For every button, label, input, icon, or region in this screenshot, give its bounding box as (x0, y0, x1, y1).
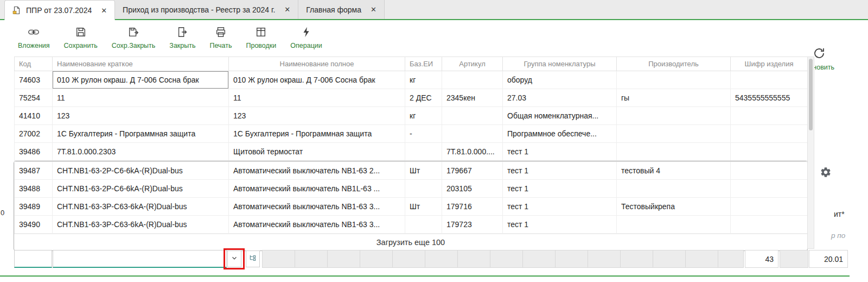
cell[interactable]: Автоматический выключатель NB1-63 3... (229, 216, 405, 234)
cell[interactable]: 203105 (442, 180, 503, 198)
table-row[interactable]: 74603010 Ж рулон окраш. Д 7-006 Сосна бр… (15, 71, 808, 89)
close-form-button[interactable]: Закрыть (162, 25, 202, 51)
cell[interactable] (617, 180, 731, 198)
column-header-2[interactable]: Наименование краткое (53, 57, 229, 71)
cell[interactable]: 2 ДЕС (405, 89, 442, 107)
cell[interactable]: 75254 (15, 89, 53, 107)
tab-prihod-register[interactable]: Приход из производства - Реестр за 2024 … (115, 0, 298, 19)
cell[interactable] (731, 216, 808, 234)
cell[interactable]: тест 1 (503, 143, 617, 161)
cell[interactable]: Щитовой термостат (229, 143, 405, 161)
tab-main-form[interactable]: Главная форма ✕ (298, 0, 385, 19)
cell[interactable]: CHT.NB1-63-3P-C63-6kA-(R)Dual-bus (53, 198, 229, 216)
cell[interactable]: тестовый 4 (617, 162, 731, 180)
cell[interactable] (442, 125, 503, 143)
vertical-scrollbar[interactable] (807, 57, 814, 249)
table-row[interactable]: 39487CHT.NB1-63-2P-C6-6kA-(R)Dual-busАвт… (15, 162, 808, 180)
nomenclature-input[interactable] (53, 250, 227, 268)
column-header-6[interactable]: Группа номенклатуры (503, 57, 617, 71)
cell[interactable]: Общая номенклатурная... (503, 107, 617, 125)
attachments-button[interactable]: Вложения (11, 25, 57, 51)
cell[interactable]: Автоматический выключатель NB1L-63 ... (229, 180, 405, 198)
cell[interactable]: 7Т.81.0.000.2303 (53, 143, 229, 161)
scrollbar-thumb[interactable] (809, 59, 813, 130)
cell[interactable]: 179723 (442, 216, 503, 234)
cell[interactable]: тест 1 (503, 198, 617, 216)
column-header-7[interactable]: Производитель (617, 57, 731, 71)
load-more-button[interactable]: Загрузить еще 100 (14, 234, 807, 250)
cell[interactable]: 123 (53, 107, 229, 125)
close-icon[interactable]: ✕ (101, 7, 107, 15)
cell[interactable]: 1С Бухгалтерия - Программная защита (53, 125, 229, 143)
cell[interactable]: Шт (405, 162, 442, 180)
cell[interactable] (405, 216, 442, 234)
cell[interactable]: - (405, 125, 442, 143)
save-close-button[interactable]: Сохр.Закрыть (105, 25, 163, 51)
cell[interactable]: 123 (229, 107, 405, 125)
column-header-8[interactable]: Шифр изделия (731, 57, 808, 71)
cell[interactable]: 27.03 (503, 89, 617, 107)
cell[interactable] (731, 71, 808, 89)
cell[interactable]: 010 Ж рулон окраш. Д 7-006 Сосна брак (53, 71, 229, 89)
cell[interactable]: 41410 (15, 107, 53, 125)
postings-button[interactable]: Проводки (239, 25, 283, 51)
cell[interactable]: 11 (53, 89, 229, 107)
cell[interactable]: тест 1 (503, 216, 617, 234)
cell[interactable]: 39488 (15, 180, 53, 198)
cell[interactable]: 11 (229, 89, 405, 107)
print-button[interactable]: Печать (203, 25, 239, 51)
table-row[interactable]: 270021С Бухгалтерия - Программная защита… (15, 125, 808, 143)
cell[interactable] (731, 125, 808, 143)
cell[interactable]: оборуд (503, 71, 617, 89)
cell[interactable]: 7Т.81.0.000.... (442, 143, 503, 161)
hierarchy-select-button[interactable] (246, 250, 260, 267)
column-header-4[interactable]: Баз.ЕИ (405, 57, 442, 71)
cell[interactable] (731, 162, 808, 180)
cell[interactable]: 2345кен (442, 89, 503, 107)
cell[interactable]: Шт (405, 198, 442, 216)
cell[interactable]: тест 1 (503, 180, 617, 198)
form-settings-button[interactable] (816, 163, 835, 183)
code-input[interactable] (14, 250, 52, 268)
cell[interactable]: 5435555555555 (731, 89, 808, 107)
dropdown-arrow-button[interactable] (227, 250, 241, 267)
cell[interactable] (405, 180, 442, 198)
cell[interactable]: Автоматический выключатель NB1-63 2... (229, 162, 405, 180)
table-row[interactable]: 394867Т.81.0.000.2303Щитовой термостат7Т… (15, 143, 808, 161)
table-row[interactable]: 39489CHT.NB1-63-3P-C63-6kA-(R)Dual-busАв… (15, 198, 808, 216)
cell[interactable]: 27002 (15, 125, 53, 143)
cell[interactable] (731, 143, 808, 161)
close-icon[interactable]: ✕ (284, 5, 290, 14)
column-header-3[interactable]: Наименование полное (229, 57, 405, 71)
tab-ppr-document[interactable]: ППР от 23.07.2024 ✕ (4, 0, 115, 20)
cell[interactable]: CHT.NB1-63-2P-C6-6kA-(R)Dual-bus (53, 180, 229, 198)
cell[interactable]: 179716 (442, 198, 503, 216)
save-button[interactable]: Сохранить (57, 25, 105, 51)
cell[interactable]: 39487 (15, 162, 53, 180)
cell[interactable] (617, 143, 731, 161)
cell[interactable]: 010 Ж рулон окраш. Д 7-006 Сосна брак (229, 71, 405, 89)
table-row[interactable]: 41410123123кгОбщая номенклатурная... (15, 107, 808, 125)
table-row[interactable]: 39490CHT.NB1-63-3P-C63-6kA-(R)Dual-busАв… (15, 216, 808, 234)
cell[interactable] (617, 216, 731, 234)
operations-button[interactable]: Операции (283, 25, 329, 51)
cell[interactable] (617, 107, 731, 125)
column-header-1[interactable]: Код (15, 57, 53, 71)
cell[interactable]: 1С Бухгалтерия - Программная защита (229, 125, 405, 143)
cell[interactable]: 74603 (15, 71, 53, 89)
cell[interactable] (442, 107, 503, 125)
table-row[interactable]: 39488CHT.NB1-63-2P-C6-6kA-(R)Dual-busАвт… (15, 180, 808, 198)
cell[interactable]: тест 1 (503, 162, 617, 180)
cell[interactable]: 39490 (15, 216, 53, 234)
cell[interactable]: кг (405, 107, 442, 125)
cell[interactable]: Программное обеспече... (503, 125, 617, 143)
cell[interactable]: гы (617, 89, 731, 107)
cell[interactable]: Тестовыйкрепа (617, 198, 731, 216)
column-header-5[interactable]: Артикул (442, 57, 503, 71)
cell[interactable]: кг (405, 71, 442, 89)
cell[interactable] (731, 180, 808, 198)
cell[interactable] (617, 71, 731, 89)
cell[interactable] (617, 125, 731, 143)
cell[interactable]: 39486 (15, 143, 53, 161)
table-row[interactable]: 7525411112 ДЕС2345кен27.03гы543555555555… (15, 89, 808, 107)
